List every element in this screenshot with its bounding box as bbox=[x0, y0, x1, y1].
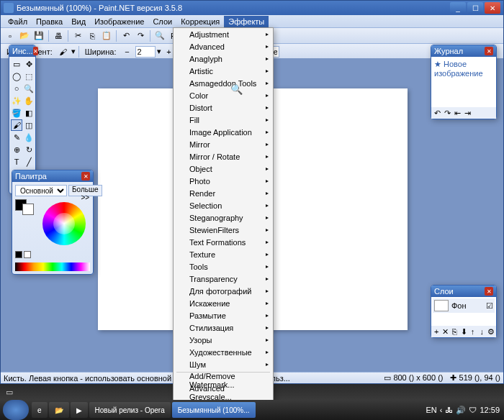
add-layer-icon[interactable]: + bbox=[433, 327, 441, 336]
more-button[interactable]: Больше >> bbox=[68, 185, 102, 196]
pan-tool[interactable]: ✋ bbox=[23, 95, 35, 106]
history-last-icon[interactable]: ⇥ bbox=[463, 109, 472, 117]
menu-item-mirror-rotate[interactable]: Mirror / Rotate▸ bbox=[174, 150, 273, 163]
tray-lang[interactable]: EN bbox=[426, 406, 437, 414]
select-rect-tool[interactable]: ▭ bbox=[11, 58, 22, 70]
menu-item-tools[interactable]: Tools▸ bbox=[174, 260, 273, 273]
text-tool[interactable]: T bbox=[11, 156, 22, 168]
checkbox-icon[interactable]: ☑ bbox=[486, 301, 493, 311]
menu-item-text-formations[interactable]: Text Formations▸ bbox=[174, 236, 273, 248]
tray-network-icon[interactable]: 🖧 bbox=[445, 406, 453, 414]
menu-item-anaglyph[interactable]: Anaglyph▸ bbox=[174, 52, 273, 65]
merge-layer-icon[interactable]: ⬇ bbox=[460, 327, 468, 336]
task-ie[interactable]: e bbox=[32, 402, 48, 418]
menu-item-image-application[interactable]: Image Application▸ bbox=[174, 126, 273, 138]
eraser-tool[interactable]: ◫ bbox=[23, 119, 35, 131]
close-icon[interactable]: ✕ bbox=[485, 47, 493, 55]
menu-item-steganography[interactable]: Steganography▸ bbox=[174, 211, 273, 224]
open-icon[interactable]: 📂 bbox=[18, 29, 31, 42]
menu-correction[interactable]: Коррекция bbox=[176, 16, 224, 27]
tray-chevron-icon[interactable]: ‹ bbox=[440, 406, 443, 414]
save-icon[interactable]: 💾 bbox=[32, 29, 45, 42]
start-button[interactable] bbox=[3, 400, 29, 420]
minimize-button[interactable]: _ bbox=[450, 2, 466, 14]
menu-item-distort[interactable]: Distort▸ bbox=[174, 101, 273, 114]
ellipse-sel-tool[interactable]: ○ bbox=[11, 83, 22, 94]
close-icon[interactable]: ✕ bbox=[81, 172, 90, 181]
menu-item--[interactable]: Для фотографий▸ bbox=[174, 285, 273, 297]
down-layer-icon[interactable]: ↓ bbox=[478, 327, 486, 336]
menu-item-advanced[interactable]: Advanced▸ bbox=[174, 40, 273, 52]
history-undo-icon[interactable]: ↶ bbox=[433, 109, 441, 117]
undo-icon[interactable]: ↶ bbox=[120, 29, 132, 42]
task-media[interactable]: ▶ bbox=[71, 402, 88, 418]
gradient-tool[interactable]: ◧ bbox=[23, 107, 35, 119]
menu-item-artistic[interactable]: Artistic▸ bbox=[174, 65, 273, 77]
picker-tool[interactable]: 💧 bbox=[23, 132, 35, 143]
secondary-color[interactable] bbox=[22, 204, 34, 215]
props-layer-icon[interactable]: ⚙ bbox=[487, 327, 495, 336]
menu-item-adjustment[interactable]: Adjustment▸ bbox=[174, 28, 273, 40]
layer-item[interactable]: Фон ☑ bbox=[433, 298, 495, 313]
maximize-button[interactable]: ☐ bbox=[467, 2, 483, 14]
close-icon[interactable]: ✕ bbox=[485, 287, 493, 296]
menu-image[interactable]: Изображение bbox=[90, 16, 148, 27]
new-icon[interactable]: ▫ bbox=[4, 29, 17, 42]
menu-layers[interactable]: Слои bbox=[148, 16, 176, 27]
print-icon[interactable]: 🖶 bbox=[52, 29, 65, 42]
task-paintnet[interactable]: Безымянный (100%... bbox=[172, 402, 256, 418]
menu-view[interactable]: Вид bbox=[67, 16, 90, 27]
zoom-icon[interactable]: 🔍 bbox=[153, 29, 166, 42]
menu-item-mirror[interactable]: Mirror▸ bbox=[174, 138, 273, 150]
line-tool[interactable]: ╱ bbox=[23, 156, 35, 168]
history-redo-icon[interactable]: ↷ bbox=[443, 109, 451, 117]
menu-item-advanced-greyscale-[interactable]: Advanced Greyscale... bbox=[174, 386, 273, 398]
menu-item-selection[interactable]: Selection▸ bbox=[174, 199, 273, 211]
menu-effects[interactable]: Эффекты bbox=[224, 16, 269, 27]
menu-item--[interactable]: Шум▸ bbox=[174, 358, 273, 370]
menu-item--[interactable]: Искажение▸ bbox=[174, 297, 273, 309]
menu-item-transparency[interactable]: Transparency▸ bbox=[174, 273, 273, 285]
paste-icon[interactable]: 📋 bbox=[100, 29, 113, 42]
brush-tool[interactable]: 🖌 bbox=[11, 119, 22, 131]
color-strip[interactable] bbox=[15, 262, 90, 271]
color-mode-select[interactable]: Основной bbox=[15, 185, 67, 196]
magic-wand-tool[interactable]: ✨ bbox=[11, 95, 22, 106]
menu-edit[interactable]: Правка bbox=[32, 16, 67, 27]
menu-item-asmageddon-tools[interactable]: Asmageddon Tools▸ bbox=[174, 77, 273, 89]
menu-file[interactable]: Файл bbox=[4, 16, 32, 27]
menu-item--[interactable]: Размытие▸ bbox=[174, 309, 273, 321]
menu-item-object[interactable]: Object▸ bbox=[174, 163, 273, 175]
copy-icon[interactable]: ⎘ bbox=[86, 29, 99, 42]
width-input[interactable] bbox=[135, 46, 156, 58]
delete-layer-icon[interactable]: ✕ bbox=[442, 327, 450, 336]
menu-item-stewienfilters[interactable]: StewienFilters▸ bbox=[174, 224, 273, 236]
move-sel-tool[interactable]: ⬚ bbox=[23, 70, 35, 82]
redo-icon[interactable]: ↷ bbox=[134, 29, 147, 42]
tray-volume-icon[interactable]: 🔊 bbox=[456, 406, 466, 415]
menu-item--[interactable]: Стилизация▸ bbox=[174, 321, 273, 334]
zoom-tool[interactable]: 🔍 bbox=[23, 83, 35, 94]
cut-icon[interactable]: ✂ bbox=[71, 29, 84, 42]
menu-item-photo[interactable]: Photo▸ bbox=[174, 175, 273, 187]
clone-tool[interactable]: ⊕ bbox=[11, 144, 22, 155]
menu-item-color[interactable]: Color▸ bbox=[174, 89, 273, 101]
menu-item-fill[interactable]: Fill▸ bbox=[174, 114, 273, 126]
menu-item--[interactable]: Художественные▸ bbox=[174, 346, 273, 358]
pencil-tool[interactable]: ✎ bbox=[11, 132, 22, 143]
swatch[interactable] bbox=[15, 251, 22, 258]
minus-icon[interactable]: − bbox=[121, 45, 134, 58]
menu-item-render[interactable]: Render▸ bbox=[174, 187, 273, 199]
tray-shield-icon[interactable]: 🛡 bbox=[469, 406, 477, 414]
dup-layer-icon[interactable]: ⎘ bbox=[451, 327, 459, 336]
history-first-icon[interactable]: ⇤ bbox=[453, 109, 462, 117]
up-layer-icon[interactable]: ↑ bbox=[469, 327, 477, 336]
recolor-tool[interactable]: ↻ bbox=[23, 144, 35, 155]
swatch[interactable] bbox=[24, 251, 31, 258]
task-explorer[interactable]: 📂 bbox=[49, 402, 69, 418]
color-wheel[interactable] bbox=[42, 202, 86, 245]
history-item[interactable]: ★ Новое изображение bbox=[433, 58, 495, 79]
fill-tool[interactable]: 🪣 bbox=[11, 107, 22, 119]
move-tool[interactable]: ✥ bbox=[23, 58, 35, 70]
brush-icon[interactable]: 🖌 bbox=[57, 45, 70, 58]
